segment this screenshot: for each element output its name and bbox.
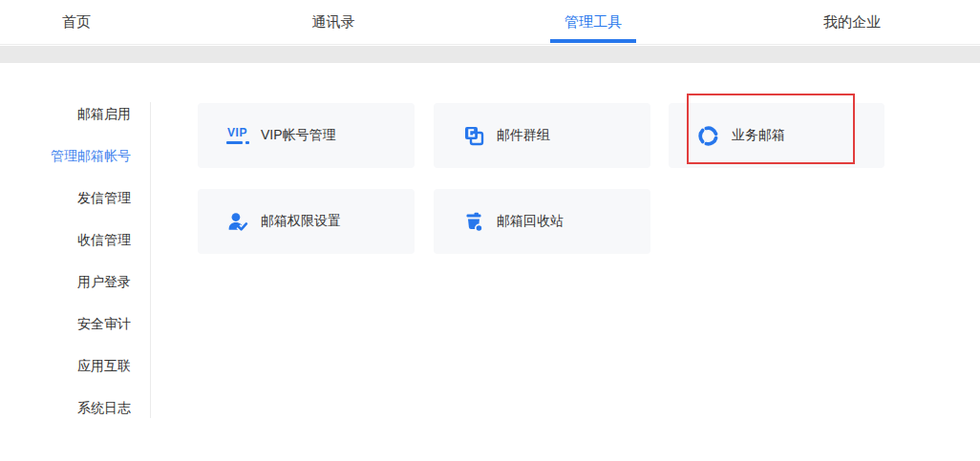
top-nav: 首页 通讯录 管理工具 我的企业 bbox=[0, 0, 980, 45]
sidebar-item-outgoing-mail[interactable]: 发信管理 bbox=[0, 177, 131, 219]
card-label: 邮箱回收站 bbox=[497, 213, 564, 230]
sidebar-item-incoming-mail[interactable]: 收信管理 bbox=[0, 219, 131, 261]
card-mailbox-permission-settings[interactable]: 邮箱权限设置 bbox=[198, 189, 415, 254]
sidebar: 邮箱启用 管理邮箱帐号 发信管理 收信管理 用户登录 安全审计 应用互联 系统日… bbox=[0, 93, 131, 429]
tab-home[interactable]: 首页 bbox=[62, 0, 91, 44]
card-mail-group[interactable]: 邮件群组 bbox=[434, 103, 650, 168]
admin-tools-page: 首页 通讯录 管理工具 我的企业 邮箱启用 管理邮箱帐号 发信管理 收信管理 用… bbox=[0, 0, 980, 461]
sync-circle-icon bbox=[695, 123, 721, 149]
tab-admin-tools[interactable]: 管理工具 bbox=[565, 0, 622, 44]
card-label: 业务邮箱 bbox=[732, 127, 785, 144]
sidebar-item-user-login[interactable]: 用户登录 bbox=[0, 261, 131, 303]
card-vip-account-management[interactable]: VIP VIP帐号管理 bbox=[198, 103, 415, 168]
sidebar-item-manage-mailbox-accounts[interactable]: 管理邮箱帐号 bbox=[0, 135, 131, 177]
tab-my-company[interactable]: 我的企业 bbox=[823, 0, 881, 44]
card-business-mailbox[interactable]: 业务邮箱 bbox=[669, 103, 884, 168]
sidebar-divider bbox=[150, 102, 151, 418]
card-label: VIP帐号管理 bbox=[261, 127, 336, 144]
gray-divider-strip bbox=[0, 46, 980, 63]
card-label: 邮件群组 bbox=[497, 127, 550, 144]
tab-contacts[interactable]: 通讯录 bbox=[312, 0, 355, 44]
sidebar-item-mailbox-enable[interactable]: 邮箱启用 bbox=[0, 93, 131, 135]
card-label: 邮箱权限设置 bbox=[261, 213, 341, 230]
user-check-icon bbox=[224, 209, 250, 235]
card-mailbox-recycle-bin[interactable]: 邮箱回收站 bbox=[434, 189, 650, 254]
vip-badge-icon: VIP bbox=[224, 123, 250, 149]
sidebar-item-app-integration[interactable]: 应用互联 bbox=[0, 345, 131, 387]
mail-group-icon bbox=[460, 123, 486, 149]
sidebar-item-system-log[interactable]: 系统日志 bbox=[0, 387, 131, 429]
sidebar-item-security-audit[interactable]: 安全审计 bbox=[0, 303, 131, 345]
trash-icon bbox=[460, 209, 486, 235]
